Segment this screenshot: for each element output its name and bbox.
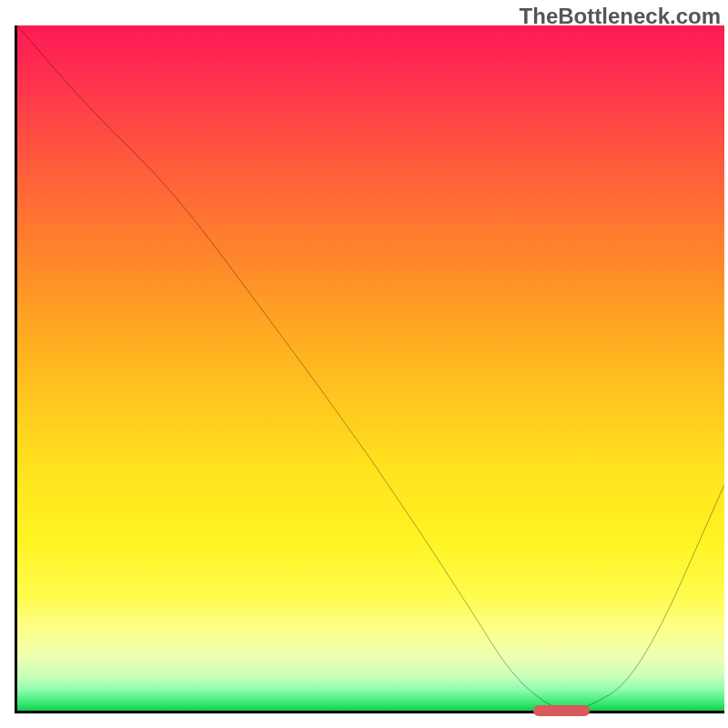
plot-area: [15, 25, 724, 713]
optimal-marker: [533, 705, 590, 716]
bottleneck-curve: [17, 25, 724, 711]
watermark-text: TheBottleneck.com: [520, 4, 721, 29]
chart-frame: TheBottleneck.com: [0, 0, 728, 728]
